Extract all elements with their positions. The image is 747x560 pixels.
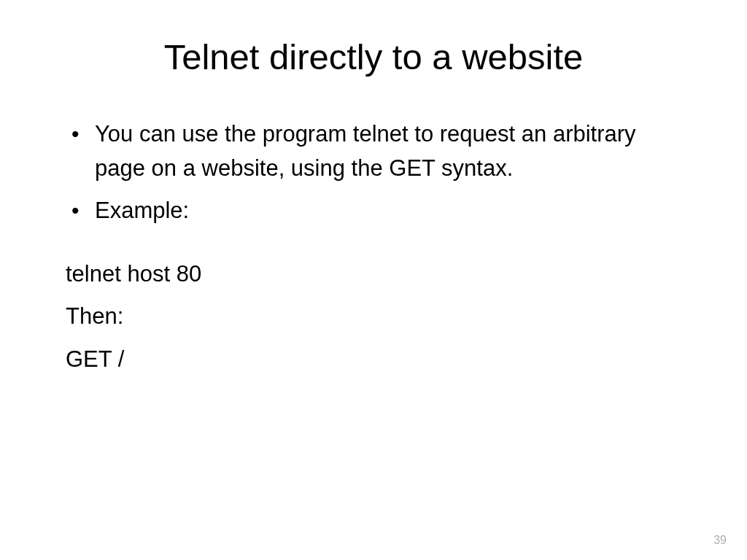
bullet-item: You can use the program telnet to reques… (66, 117, 681, 185)
slide-title: Telnet directly to a website (66, 36, 681, 77)
slide-container: Telnet directly to a website You can use… (0, 0, 747, 560)
body-line: Then: (66, 300, 681, 334)
body-line: GET / (66, 343, 681, 377)
bullet-list: You can use the program telnet to reques… (66, 117, 681, 228)
body-text: telnet host 80 Then: GET / (66, 257, 681, 377)
slide-content: You can use the program telnet to reques… (66, 117, 681, 376)
bullet-item: Example: (66, 194, 681, 228)
body-line: telnet host 80 (66, 257, 681, 292)
page-number: 39 (713, 534, 727, 547)
